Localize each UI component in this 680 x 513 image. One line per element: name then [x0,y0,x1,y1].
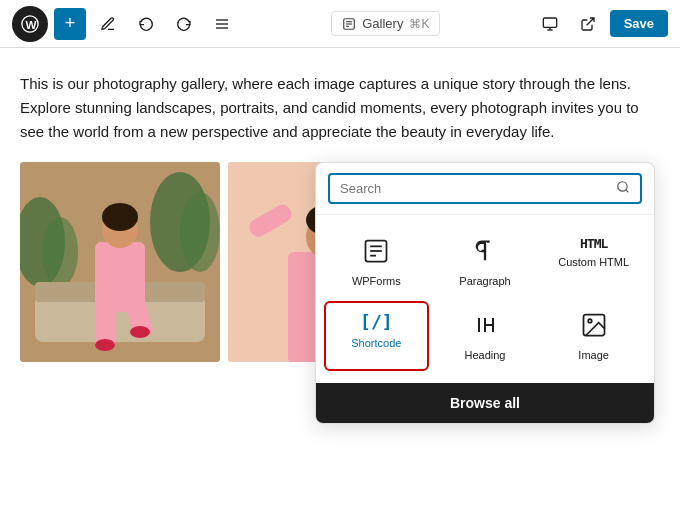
intro-paragraph[interactable]: This is our photography gallery, where e… [20,72,660,144]
block-grid: WPForms Paragraph HTML Custom HTML [316,215,654,383]
svg-point-24 [95,339,115,351]
search-input[interactable] [340,181,608,196]
svg-point-34 [618,182,627,191]
keyboard-shortcut: ⌘K [409,17,429,31]
redo-button[interactable] [168,8,200,40]
image-label: Image [578,349,609,361]
toolbar: W + Gallery ⌘K [0,0,680,48]
toolbar-right: Save [534,8,668,40]
search-box[interactable] [328,173,642,204]
block-item-custom-html[interactable]: HTML Custom HTML [541,227,646,297]
svg-point-16 [42,217,78,287]
block-picker-popup: WPForms Paragraph HTML Custom HTML [315,162,655,424]
heading-icon [473,311,497,343]
gallery-image-1[interactable] [20,162,220,362]
list-view-button[interactable] [206,8,238,40]
svg-rect-9 [543,18,556,27]
tools-button[interactable] [92,8,124,40]
gallery-row: WPForms Paragraph HTML Custom HTML [20,162,660,362]
heading-label: Heading [465,349,506,361]
wpforms-icon [362,237,390,269]
block-item-heading[interactable]: Heading [433,301,538,371]
post-title-area[interactable]: Gallery ⌘K [331,11,440,36]
wp-logo-icon[interactable]: W [12,6,48,42]
block-item-paragraph[interactable]: Paragraph [433,227,538,297]
svg-text:W: W [26,17,38,30]
svg-point-40 [588,319,592,323]
search-icon [616,180,630,197]
image-icon [580,311,608,343]
paragraph-icon [471,237,499,269]
view-button[interactable] [534,8,566,40]
custom-html-label: Custom HTML [558,256,629,268]
block-item-image[interactable]: Image [541,301,646,371]
gallery-label: Gallery [362,16,403,31]
paragraph-label: Paragraph [459,275,510,287]
block-item-shortcode[interactable]: [/] Shortcode [324,301,429,371]
block-item-wpforms[interactable]: WPForms [324,227,429,297]
undo-button[interactable] [130,8,162,40]
content-area: This is our photography gallery, where e… [0,48,680,378]
shortcode-icon: [/] [360,313,393,331]
svg-point-23 [102,203,138,231]
svg-point-14 [180,192,220,272]
browse-all-button[interactable]: Browse all [316,383,654,423]
svg-point-25 [130,326,150,338]
wpforms-label: WPForms [352,275,401,287]
add-block-button[interactable]: + [54,8,86,40]
save-button[interactable]: Save [610,10,668,37]
external-link-button[interactable] [572,8,604,40]
custom-html-icon: HTML [580,237,607,250]
search-area [316,163,654,215]
shortcode-label: Shortcode [351,337,401,349]
